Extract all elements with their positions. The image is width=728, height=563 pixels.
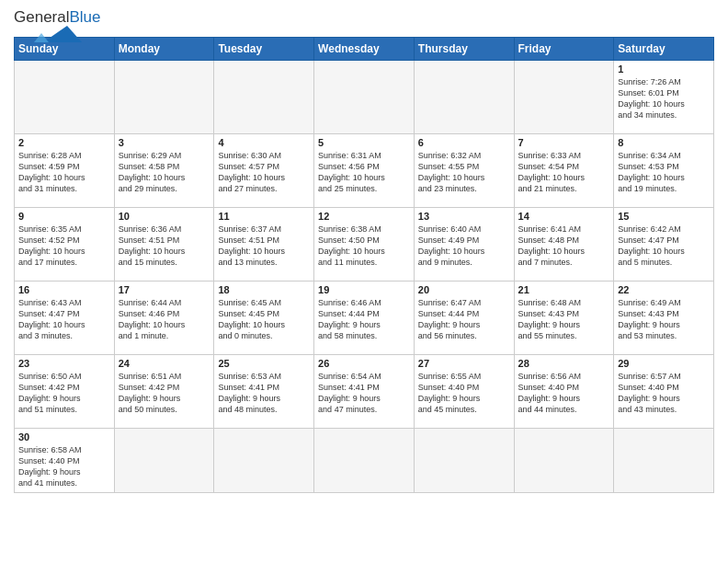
day-number: 17	[119, 284, 210, 295]
calendar-day-cell: 7Sunrise: 6:33 AM Sunset: 4:54 PM Daylig…	[514, 134, 614, 208]
calendar-day-cell	[214, 61, 314, 134]
calendar-day-cell: 23Sunrise: 6:50 AM Sunset: 4:42 PM Dayli…	[15, 355, 115, 429]
day-number: 29	[618, 358, 710, 369]
day-info: Sunrise: 6:57 AM Sunset: 4:40 PM Dayligh…	[618, 371, 710, 416]
calendar-day-cell	[214, 429, 314, 493]
calendar-day-cell: 15Sunrise: 6:42 AM Sunset: 4:47 PM Dayli…	[614, 208, 714, 282]
calendar-day-cell: 12Sunrise: 6:38 AM Sunset: 4:50 PM Dayli…	[314, 208, 415, 282]
calendar-day-cell: 22Sunrise: 6:49 AM Sunset: 4:43 PM Dayli…	[614, 282, 714, 355]
calendar-day-cell: 25Sunrise: 6:53 AM Sunset: 4:41 PM Dayli…	[214, 355, 314, 429]
calendar-day-cell	[114, 429, 214, 493]
day-info: Sunrise: 6:43 AM Sunset: 4:47 PM Dayligh…	[18, 297, 110, 342]
day-number: 21	[518, 284, 610, 295]
day-number: 19	[318, 284, 410, 295]
calendar-day-cell	[414, 61, 514, 134]
day-number: 7	[518, 137, 610, 148]
day-info: Sunrise: 6:51 AM Sunset: 4:42 PM Dayligh…	[119, 371, 210, 416]
day-number: 4	[218, 137, 310, 148]
day-number: 2	[18, 137, 110, 148]
day-number: 30	[18, 431, 110, 442]
day-number: 11	[218, 211, 310, 222]
day-number: 12	[318, 211, 410, 222]
calendar-day-cell	[114, 61, 214, 134]
calendar-week-row: 2Sunrise: 6:28 AM Sunset: 4:59 PM Daylig…	[15, 134, 714, 208]
calendar-day-cell: 2Sunrise: 6:28 AM Sunset: 4:59 PM Daylig…	[15, 134, 115, 208]
calendar-day-cell: 10Sunrise: 6:36 AM Sunset: 4:51 PM Dayli…	[114, 208, 214, 282]
day-info: Sunrise: 6:50 AM Sunset: 4:42 PM Dayligh…	[18, 371, 110, 416]
day-number: 26	[318, 358, 410, 369]
day-info: Sunrise: 6:44 AM Sunset: 4:46 PM Dayligh…	[119, 297, 210, 342]
weekday-header: Thursday	[414, 38, 514, 61]
calendar-day-cell: 3Sunrise: 6:29 AM Sunset: 4:58 PM Daylig…	[114, 134, 214, 208]
weekday-header: Wednesday	[314, 38, 415, 61]
day-info: Sunrise: 6:42 AM Sunset: 4:47 PM Dayligh…	[618, 224, 710, 269]
calendar-day-cell	[614, 429, 714, 493]
calendar-day-cell	[514, 429, 614, 493]
day-info: Sunrise: 6:28 AM Sunset: 4:59 PM Dayligh…	[18, 150, 110, 195]
calendar-day-cell: 4Sunrise: 6:30 AM Sunset: 4:57 PM Daylig…	[214, 134, 314, 208]
calendar-day-cell: 11Sunrise: 6:37 AM Sunset: 4:51 PM Dayli…	[214, 208, 314, 282]
day-info: Sunrise: 6:47 AM Sunset: 4:44 PM Dayligh…	[418, 297, 510, 342]
day-number: 1	[618, 63, 710, 75]
day-info: Sunrise: 6:48 AM Sunset: 4:43 PM Dayligh…	[518, 297, 610, 342]
weekday-header: Monday	[114, 38, 214, 61]
day-info: Sunrise: 6:49 AM Sunset: 4:43 PM Dayligh…	[618, 297, 710, 342]
calendar-day-cell	[414, 429, 514, 493]
logo-general: General	[14, 8, 69, 26]
calendar-week-row: 30Sunrise: 6:58 AM Sunset: 4:40 PM Dayli…	[15, 429, 714, 493]
day-number: 3	[119, 137, 210, 148]
calendar-day-cell: 21Sunrise: 6:48 AM Sunset: 4:43 PM Dayli…	[514, 282, 614, 355]
day-info: Sunrise: 6:31 AM Sunset: 4:56 PM Dayligh…	[318, 150, 410, 195]
day-info: Sunrise: 6:55 AM Sunset: 4:40 PM Dayligh…	[418, 371, 510, 416]
day-number: 28	[518, 358, 610, 369]
day-info: Sunrise: 6:40 AM Sunset: 4:49 PM Dayligh…	[418, 224, 510, 269]
calendar-day-cell: 13Sunrise: 6:40 AM Sunset: 4:49 PM Dayli…	[414, 208, 514, 282]
calendar-day-cell: 19Sunrise: 6:46 AM Sunset: 4:44 PM Dayli…	[314, 282, 415, 355]
calendar-day-cell: 29Sunrise: 6:57 AM Sunset: 4:40 PM Dayli…	[614, 355, 714, 429]
weekday-header: Friday	[514, 38, 614, 61]
logo-icon	[34, 26, 82, 42]
day-info: Sunrise: 6:32 AM Sunset: 4:55 PM Dayligh…	[418, 150, 510, 195]
calendar-day-cell: 14Sunrise: 6:41 AM Sunset: 4:48 PM Dayli…	[514, 208, 614, 282]
calendar-day-cell: 5Sunrise: 6:31 AM Sunset: 4:56 PM Daylig…	[314, 134, 415, 208]
calendar-day-cell	[314, 61, 415, 134]
day-info: Sunrise: 6:29 AM Sunset: 4:58 PM Dayligh…	[119, 150, 210, 195]
calendar-day-cell	[514, 61, 614, 134]
calendar-day-cell: 6Sunrise: 6:32 AM Sunset: 4:55 PM Daylig…	[414, 134, 514, 208]
calendar-week-row: 23Sunrise: 6:50 AM Sunset: 4:42 PM Dayli…	[15, 355, 714, 429]
calendar-week-row: 1Sunrise: 7:26 AM Sunset: 6:01 PM Daylig…	[15, 61, 714, 134]
logo: GeneralBlue	[14, 9, 101, 29]
day-number: 23	[18, 358, 110, 369]
day-info: Sunrise: 6:45 AM Sunset: 4:45 PM Dayligh…	[218, 297, 310, 342]
calendar-day-cell: 18Sunrise: 6:45 AM Sunset: 4:45 PM Dayli…	[214, 282, 314, 355]
calendar-day-cell: 28Sunrise: 6:56 AM Sunset: 4:40 PM Dayli…	[514, 355, 614, 429]
day-info: Sunrise: 6:46 AM Sunset: 4:44 PM Dayligh…	[318, 297, 410, 342]
day-number: 6	[418, 137, 510, 148]
day-info: Sunrise: 6:37 AM Sunset: 4:51 PM Dayligh…	[218, 224, 310, 269]
day-info: Sunrise: 6:34 AM Sunset: 4:53 PM Dayligh…	[618, 150, 710, 195]
day-info: Sunrise: 7:26 AM Sunset: 6:01 PM Dayligh…	[618, 76, 710, 121]
day-number: 10	[119, 211, 210, 222]
day-info: Sunrise: 6:33 AM Sunset: 4:54 PM Dayligh…	[518, 150, 610, 195]
weekday-header: Saturday	[614, 38, 714, 61]
day-number: 5	[318, 137, 410, 148]
calendar-week-row: 16Sunrise: 6:43 AM Sunset: 4:47 PM Dayli…	[15, 282, 714, 355]
day-info: Sunrise: 6:58 AM Sunset: 4:40 PM Dayligh…	[18, 444, 110, 489]
calendar-day-cell	[314, 429, 415, 493]
day-info: Sunrise: 6:30 AM Sunset: 4:57 PM Dayligh…	[218, 150, 310, 195]
calendar-table: SundayMondayTuesdayWednesdayThursdayFrid…	[14, 37, 714, 493]
calendar-week-row: 9Sunrise: 6:35 AM Sunset: 4:52 PM Daylig…	[15, 208, 714, 282]
page: GeneralBlue SundayMondayTuesdayWednesday…	[0, 0, 728, 563]
calendar-day-cell: 8Sunrise: 6:34 AM Sunset: 4:53 PM Daylig…	[614, 134, 714, 208]
day-number: 14	[518, 211, 610, 222]
svg-marker-1	[34, 33, 49, 42]
calendar-day-cell	[15, 61, 115, 134]
day-number: 27	[418, 358, 510, 369]
calendar-day-cell: 17Sunrise: 6:44 AM Sunset: 4:46 PM Dayli…	[114, 282, 214, 355]
day-number: 13	[418, 211, 510, 222]
day-number: 25	[218, 358, 310, 369]
calendar-day-cell: 30Sunrise: 6:58 AM Sunset: 4:40 PM Dayli…	[15, 429, 115, 493]
header: GeneralBlue	[14, 9, 714, 29]
day-info: Sunrise: 6:41 AM Sunset: 4:48 PM Dayligh…	[518, 224, 610, 269]
day-info: Sunrise: 6:36 AM Sunset: 4:51 PM Dayligh…	[119, 224, 210, 269]
